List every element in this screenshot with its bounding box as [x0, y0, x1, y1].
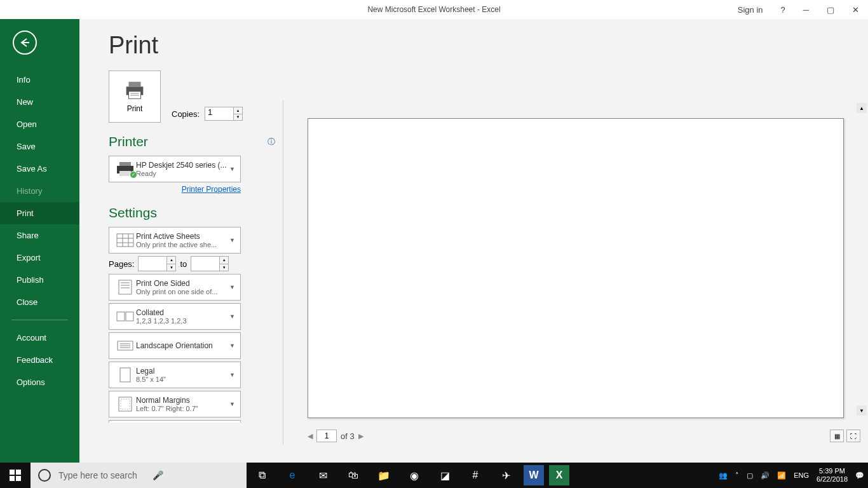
back-button[interactable] — [13, 30, 37, 55]
tray-overflow-icon[interactable]: ˄ — [731, 463, 743, 488]
chevron-down-icon: ▼ — [229, 313, 235, 320]
volume-icon[interactable]: 🔊 — [757, 463, 773, 488]
scroll-down-button[interactable]: ▼ — [857, 405, 867, 416]
chevron-down-icon: ▼ — [229, 342, 235, 349]
sidebar-divider — [11, 320, 68, 320]
page-title: Print — [109, 32, 283, 59]
collate-dropdown[interactable]: Collated 1,2,3 1,2,3 1,2,3 ▼ — [109, 303, 241, 330]
sidebar-item-feedback[interactable]: Feedback — [0, 349, 79, 371]
wifi-icon[interactable]: 📶 — [773, 463, 790, 488]
maximize-button[interactable]: ▢ — [818, 0, 843, 19]
sidebar-item-history: History — [0, 180, 79, 202]
paper-size-dropdown[interactable]: Legal 8.5" x 14" ▼ — [109, 362, 241, 388]
sidebar-item-publish[interactable]: Publish — [0, 269, 79, 291]
scroll-up-button[interactable]: ▲ — [857, 103, 867, 113]
task-view-button[interactable]: ⧉ — [247, 463, 277, 488]
sidebar-item-share[interactable]: Share — [0, 224, 79, 247]
chevron-down-icon: ▼ — [229, 284, 235, 290]
margins-icon — [118, 396, 133, 412]
microphone-icon[interactable]: 🎤 — [153, 470, 239, 480]
chrome-icon[interactable]: ◉ — [399, 463, 430, 488]
prev-page-button[interactable]: ◀ — [308, 432, 313, 440]
print-scope-dropdown[interactable]: Print Active Sheets Only print the activ… — [109, 227, 241, 254]
svg-rect-29 — [10, 470, 15, 475]
sidebar-item-close[interactable]: Close — [0, 291, 79, 313]
people-icon[interactable]: 👥 — [715, 463, 731, 488]
sidebar-item-account[interactable]: Account — [0, 327, 79, 349]
show-margins-button[interactable]: ▦ — [830, 430, 844, 442]
sidebar-item-print[interactable]: Print — [0, 202, 79, 224]
slack-icon[interactable]: # — [460, 463, 491, 488]
windows-taskbar: Type here to search 🎤 ⧉ e ✉ 🛍 📁 ◉ ◪ # ✈ … — [0, 463, 868, 488]
store-icon[interactable]: 🛍 — [338, 463, 369, 488]
chevron-down-icon: ▼ — [229, 401, 235, 407]
svg-rect-3 — [130, 93, 139, 94]
copies-label: Copies: — [172, 109, 200, 119]
preview-page — [308, 118, 844, 418]
orientation-dropdown[interactable]: Landscape Orientation ▼ — [109, 332, 241, 359]
pages-from-input[interactable]: ▲▼ — [138, 256, 176, 271]
printer-heading: Printer — [109, 134, 148, 149]
svg-rect-6 — [119, 162, 131, 166]
sign-in-link[interactable]: Sign in — [729, 0, 772, 19]
arrow-left-icon — [18, 36, 31, 49]
taskbar-search[interactable]: Type here to search 🎤 — [31, 463, 247, 488]
word-icon[interactable]: W — [524, 465, 544, 485]
svg-rect-32 — [16, 476, 21, 481]
sidebar-item-saveas[interactable]: Save As — [0, 158, 79, 180]
telegram-icon[interactable]: ✈ — [491, 463, 521, 488]
sides-dropdown[interactable]: Print One Sided Only print on one side o… — [109, 274, 241, 301]
minimize-button[interactable]: ─ — [794, 0, 818, 19]
print-button[interactable]: Print — [109, 71, 161, 123]
app-icon[interactable]: ◪ — [430, 463, 460, 488]
svg-rect-4 — [130, 95, 139, 96]
landscape-icon — [116, 339, 134, 353]
printer-dropdown[interactable]: ✓ HP Deskjet 2540 series (... Ready ▼ — [109, 156, 241, 182]
next-page-button[interactable]: ▶ — [358, 432, 363, 440]
sidebar-item-save[interactable]: Save — [0, 135, 79, 158]
margins-dropdown[interactable]: Normal Margins Left: 0.7" Right: 0.7" ▼ — [109, 391, 241, 417]
scaling-dropdown[interactable]: 100 No Scaling Print sheets at their act… — [109, 420, 241, 423]
svg-rect-30 — [16, 470, 21, 475]
collate-icon — [116, 309, 135, 323]
cortana-icon — [38, 469, 51, 482]
sidebar-item-export[interactable]: Export — [0, 247, 79, 269]
sheets-icon — [116, 233, 134, 247]
sidebar-item-new[interactable]: New — [0, 91, 79, 113]
battery-icon[interactable]: ▢ — [743, 463, 757, 488]
language-indicator[interactable]: ENG — [790, 463, 813, 488]
help-button[interactable]: ? — [772, 0, 794, 19]
svg-rect-8 — [117, 234, 133, 247]
copies-up[interactable]: ▲ — [233, 107, 242, 114]
close-button[interactable]: ✕ — [843, 0, 868, 19]
svg-rect-1 — [129, 82, 141, 87]
start-button[interactable] — [0, 463, 31, 488]
file-explorer-icon[interactable]: 📁 — [369, 463, 399, 488]
preview-page-nav: ◀ of 3 ▶ — [308, 430, 363, 442]
svg-rect-23 — [120, 368, 130, 382]
window-title: New Microsoft Excel Worksheet - Excel — [367, 5, 500, 14]
svg-rect-17 — [117, 312, 125, 321]
action-center-icon[interactable]: 💬 — [851, 463, 868, 488]
printer-properties-link[interactable]: Printer Properties — [109, 185, 241, 194]
paper-icon — [119, 367, 132, 383]
mail-icon[interactable]: ✉ — [308, 463, 338, 488]
printer-info-icon[interactable]: ⓘ — [268, 137, 275, 147]
pages-to-input[interactable]: ▲▼ — [191, 256, 229, 271]
sidebar-item-open[interactable]: Open — [0, 113, 79, 135]
excel-icon[interactable]: X — [549, 465, 569, 485]
current-page-input[interactable] — [316, 430, 337, 442]
print-preview-area: ▲ ▼ ◀ of 3 ▶ ▦ ⛶ — [283, 100, 868, 445]
status-ready-icon: ✓ — [130, 171, 137, 179]
chevron-down-icon: ▼ — [229, 372, 235, 378]
copies-input[interactable]: 1 ▲ ▼ — [205, 107, 243, 121]
title-bar: New Microsoft Excel Worksheet - Excel Si… — [0, 0, 868, 19]
sidebar-item-info[interactable]: Info — [0, 69, 79, 91]
zoom-to-page-button[interactable]: ⛶ — [846, 430, 860, 442]
edge-icon[interactable]: e — [277, 463, 308, 488]
sidebar-item-options[interactable]: Options — [0, 371, 79, 393]
clock[interactable]: 5:39 PM 6/22/2018 — [813, 463, 851, 488]
page-icon — [118, 279, 133, 295]
copies-down[interactable]: ▼ — [233, 114, 242, 121]
copies-row: Copies: 1 ▲ ▼ — [172, 107, 243, 121]
